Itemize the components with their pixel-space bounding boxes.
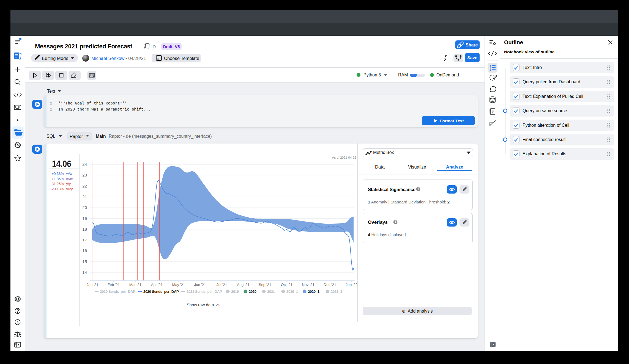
svg-text:2021 Sends_per_DAP: 2021 Sends_per_DAP: [187, 289, 222, 294]
svg-text:Dec '21: Dec '21: [324, 283, 336, 287]
svg-text:18: 18: [82, 227, 87, 231]
svg-text:2020 Sends_per_DAP: 2020 Sends_per_DAP: [143, 289, 179, 294]
svg-text:Jan '22: Jan '22: [346, 283, 357, 287]
svg-text:21: 21: [82, 194, 87, 199]
svg-text:Sep '21: Sep '21: [259, 283, 271, 287]
svg-text:Show raw data: Show raw data: [187, 302, 214, 307]
svg-text:Oct '21: Oct '21: [281, 283, 292, 287]
svg-text:Mar '21: Mar '21: [129, 283, 142, 287]
svg-text:16: 16: [82, 248, 87, 253]
svg-text:22: 22: [82, 184, 87, 188]
svg-text:Share: Share: [466, 43, 478, 47]
svg-text:23: 23: [82, 173, 87, 177]
svg-text:Nov '21: Nov '21: [302, 283, 314, 287]
svg-text:Apr '21: Apr '21: [151, 283, 163, 287]
svg-text:15: 15: [82, 259, 87, 264]
svg-text:Jan '21: Jan '21: [86, 283, 98, 287]
svg-text:+1.85%: +1.85%: [52, 177, 64, 181]
svg-text:w/w: w/w: [65, 172, 73, 176]
svg-text:m/m: m/m: [65, 177, 73, 181]
svg-text:2020: 2020: [249, 289, 256, 294]
svg-text:May '21: May '21: [172, 283, 185, 287]
svg-text:14: 14: [82, 270, 87, 275]
svg-text:Editing Mode: Editing Mode: [42, 56, 68, 61]
svg-text:y/y: y/y: [65, 182, 71, 186]
svg-text:+0.38%: +0.38%: [52, 172, 64, 176]
svg-text:24: 24: [82, 162, 87, 167]
svg-text:Feb '21: Feb '21: [108, 283, 120, 287]
svg-text:2019: 2019: [231, 289, 239, 294]
svg-text:Choose Template: Choose Template: [164, 56, 199, 61]
svg-text:Raptor: Raptor: [70, 134, 83, 139]
svg-text:17: 17: [82, 238, 87, 242]
svg-text:Jun '21: Jun '21: [194, 283, 206, 287]
svg-text:2020_1: 2020_1: [308, 289, 319, 294]
svg-text:y/2y: y/2y: [65, 187, 73, 191]
svg-text:3: 3: [490, 68, 491, 71]
svg-text:2021_1: 2021_1: [331, 289, 342, 294]
svg-text:2019 Sends_per_DAP: 2019 Sends_per_DAP: [100, 289, 135, 294]
svg-text:-31.25%: -31.25%: [51, 182, 64, 186]
svg-text:-20.13%: -20.13%: [51, 187, 64, 191]
svg-text:Aug '21: Aug '21: [237, 283, 249, 287]
svg-text:2021: 2021: [267, 289, 275, 294]
svg-text:As of 2021-04-26: As of 2021-04-26: [332, 156, 356, 159]
svg-text:19: 19: [82, 216, 87, 221]
svg-text:2019_1: 2019_1: [286, 289, 298, 294]
svg-text:β: β: [17, 321, 19, 325]
svg-text:Format Text: Format Text: [440, 118, 464, 123]
svg-text:Jul '21: Jul '21: [217, 283, 227, 287]
svg-text:20: 20: [82, 205, 87, 210]
